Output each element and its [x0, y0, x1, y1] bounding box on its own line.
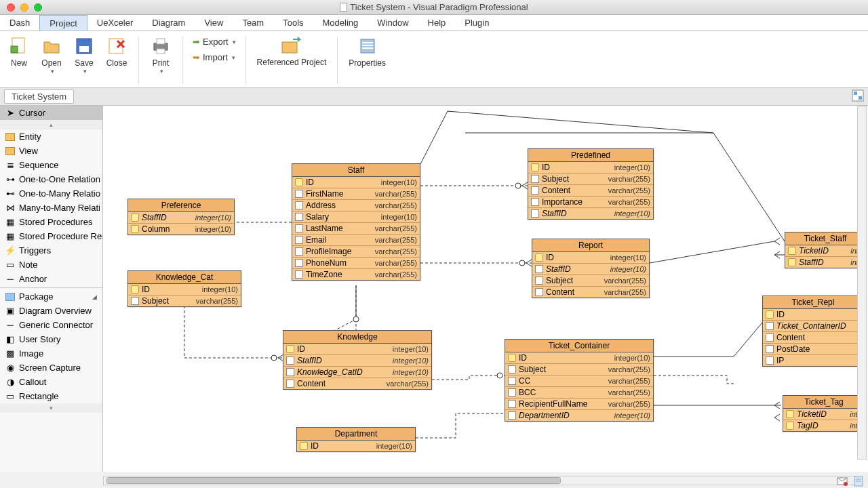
entity-report[interactable]: ReportIDinteger(10)StaffIDinteger(10)Sub…	[532, 239, 650, 298]
column-row[interactable]: TimeZonevarchar(255)	[292, 268, 420, 280]
column-row[interactable]: Knowledge_CatIDinteger(10)	[283, 366, 431, 378]
column-row[interactable]: Addressvarchar(255)	[292, 199, 420, 211]
menu-modeling[interactable]: Modeling	[313, 15, 368, 30]
palette-one-to-one[interactable]: ⊶One-to-One Relation	[0, 172, 102, 186]
column-row[interactable]: Columninteger(10)	[128, 223, 234, 235]
menu-tools[interactable]: Tools	[273, 15, 313, 30]
column-row[interactable]: TicketIDinte	[785, 245, 865, 256]
column-row[interactable]: IDinteger(10)	[297, 441, 415, 451]
column-row[interactable]: StaffIDinte	[785, 256, 865, 268]
import-button[interactable]: ➥Import▾	[190, 51, 239, 64]
export-button[interactable]: ➦Export▾	[190, 35, 239, 48]
column-row[interactable]: LastNamevarchar(255)	[292, 222, 420, 234]
palette-triggers[interactable]: ⚡Triggers	[0, 243, 102, 258]
entity-knowledge[interactable]: KnowledgeIDinteger(10)StaffIDinteger(10)…	[283, 330, 432, 390]
menu-diagram[interactable]: Diagram	[142, 15, 195, 30]
palette-expand-icon[interactable]: ▾	[0, 403, 102, 413]
column-row[interactable]: Emailvarchar(255)	[292, 234, 420, 245]
column-row[interactable]: PostDate	[763, 343, 863, 354]
column-row[interactable]: Subjectvarchar(255)	[528, 173, 653, 184]
column-row[interactable]: Importancevarchar(255)	[528, 196, 653, 207]
column-row[interactable]: PhoneNumvarchar(255)	[292, 257, 420, 268]
entity-ticket_repl[interactable]: Ticket_ReplIDTicket_ContainerIDContentPo…	[762, 296, 864, 367]
properties-button[interactable]: Properties	[344, 34, 390, 69]
column-row[interactable]: IDinteger(10)	[128, 284, 241, 295]
menu-project[interactable]: Project	[39, 15, 87, 30]
palette-stored-procedures[interactable]: ▦Stored Procedures	[0, 215, 102, 229]
save-button[interactable]: Save▾	[69, 34, 99, 76]
palette-note[interactable]: ▭Note	[0, 258, 102, 272]
palette-entity[interactable]: Entity	[0, 129, 102, 144]
palette-stored-procedure-res[interactable]: ▦Stored Procedure Res	[0, 229, 102, 243]
column-row[interactable]: FirstNamevarchar(255)	[292, 188, 420, 199]
column-row[interactable]: Contentvarchar(255)	[528, 184, 653, 196]
column-row[interactable]: BCCvarchar(255)	[505, 386, 653, 398]
column-row[interactable]: StaffIDinteger(10)	[283, 354, 431, 366]
palette-generic-connector[interactable]: ─Generic Connector	[0, 318, 102, 332]
new-button[interactable]: New	[4, 34, 34, 69]
menu-uexceler[interactable]: UeXceler	[87, 15, 142, 30]
entity-staff[interactable]: StaffIDinteger(10)FirstNamevarchar(255)A…	[292, 163, 420, 281]
diagram-canvas[interactable]: PreferenceStaffIDinteger(10)Columnintege…	[103, 106, 868, 472]
scrollbar-thumb[interactable]	[106, 477, 561, 484]
column-row[interactable]: StaffIDinteger(10)	[528, 207, 653, 219]
close-button[interactable]: Close	[102, 34, 132, 69]
column-row[interactable]: CCvarchar(255)	[505, 375, 653, 386]
menu-view[interactable]: View	[195, 15, 233, 30]
horizontal-scrollbar[interactable]	[103, 476, 856, 485]
entity-ticket_container[interactable]: Ticket_ContainerIDinteger(10)Subjectvarc…	[505, 339, 654, 422]
menu-window[interactable]: Window	[368, 15, 418, 30]
breadcrumb[interactable]: Ticket System	[4, 89, 74, 104]
palette-rectangle[interactable]: ▭Rectangle	[0, 389, 102, 403]
column-row[interactable]: Contentvarchar(255)	[283, 378, 431, 389]
palette-image[interactable]: ▩Image	[0, 346, 102, 361]
palette-many-to-many[interactable]: ⋈Many-to-Many Relati	[0, 201, 102, 215]
column-row[interactable]: Contentvarchar(255)	[532, 286, 649, 298]
entity-knowledge_cat[interactable]: Knowledge_CatIDinteger(10)Subjectvarchar…	[127, 270, 241, 307]
palette-user-story[interactable]: ◧User Story	[0, 332, 102, 346]
column-row[interactable]: IP	[763, 354, 863, 366]
open-button[interactable]: Open▾	[37, 34, 66, 76]
column-row[interactable]: IDinteger(10)	[283, 344, 431, 354]
column-row[interactable]: Salaryinteger(10)	[292, 211, 420, 222]
palette-diagram-overview[interactable]: ▣Diagram Overview	[0, 304, 102, 318]
column-row[interactable]: ID	[763, 309, 863, 320]
vertical-scrollbar[interactable]	[857, 106, 867, 460]
mail-icon[interactable]	[837, 476, 848, 487]
column-row[interactable]: ProfileImagevarchar(255)	[292, 245, 420, 257]
column-row[interactable]: Subjectvarchar(255)	[128, 295, 241, 306]
print-button[interactable]: Print▾	[146, 34, 176, 76]
palette-callout[interactable]: ◑Callout	[0, 375, 102, 389]
column-row[interactable]: TicketIDinte	[783, 409, 865, 420]
column-row[interactable]: Subjectvarchar(255)	[505, 363, 653, 375]
column-row[interactable]: IDinteger(10)	[532, 252, 649, 263]
palette-cursor[interactable]: ➤Cursor	[0, 106, 102, 120]
column-row[interactable]: Content	[763, 331, 863, 343]
palette-anchor[interactable]: ─Anchor	[0, 272, 102, 286]
column-row[interactable]: IDinteger(10)	[528, 162, 653, 173]
referenced-project-button[interactable]: Referenced Project	[253, 34, 331, 68]
column-row[interactable]: RecipientFullNamevarchar(255)	[505, 398, 653, 409]
entity-predefined[interactable]: PredefinedIDinteger(10)Subjectvarchar(25…	[528, 148, 654, 220]
column-row[interactable]: StaffIDinteger(10)	[128, 212, 234, 223]
column-row[interactable]: Subjectvarchar(255)	[532, 274, 649, 286]
column-row[interactable]: Ticket_ContainerID	[763, 320, 863, 331]
palette-package[interactable]: Package◢	[0, 289, 102, 304]
entity-ticket_staff[interactable]: Ticket_StaffTicketIDinteStaffIDinte	[785, 232, 866, 268]
menu-plugin[interactable]: Plugin	[455, 15, 498, 30]
entity-preference[interactable]: PreferenceStaffIDinteger(10)Columnintege…	[127, 199, 235, 235]
menu-dash[interactable]: Dash	[0, 15, 39, 30]
entity-ticket_tag[interactable]: Ticket_TagTicketIDinteTagIDinte	[783, 395, 865, 432]
entity-department[interactable]: DepartmentIDinteger(10)	[296, 427, 416, 452]
diagram-nav-icon[interactable]	[852, 89, 864, 104]
column-row[interactable]: IDinteger(10)	[505, 352, 653, 363]
column-row[interactable]: TagIDinte	[783, 420, 865, 431]
column-row[interactable]: IDinteger(10)	[292, 177, 420, 188]
column-row[interactable]: StaffIDinteger(10)	[532, 263, 649, 274]
palette-screen-capture[interactable]: ◉Screen Capture	[0, 361, 102, 375]
menu-help[interactable]: Help	[418, 15, 456, 30]
column-row[interactable]: DepartmentIDinteger(10)	[505, 409, 653, 421]
palette-one-to-many[interactable]: ⊷One-to-Many Relatio	[0, 186, 102, 201]
menu-team[interactable]: Team	[233, 15, 273, 30]
palette-view[interactable]: View	[0, 144, 102, 158]
